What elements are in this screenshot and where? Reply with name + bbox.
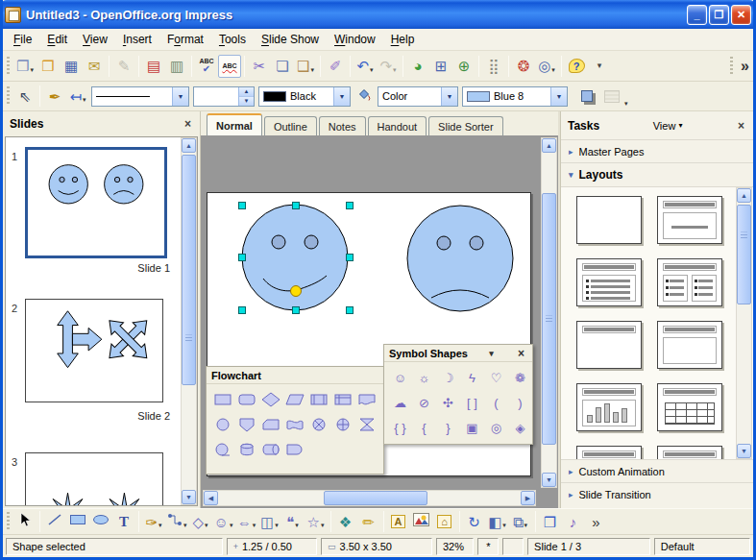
- alignment-dropdown-icon[interactable]: ▾: [502, 522, 506, 532]
- flowchart-sequential-access-button[interactable]: [210, 437, 234, 462]
- tasks-panel-close-icon[interactable]: ×: [736, 119, 746, 133]
- flowchart-off-page-connector-button[interactable]: [234, 412, 258, 437]
- insert-table-button[interactable]: ⊞: [429, 55, 452, 78]
- frowny-face-shape[interactable]: [407, 206, 513, 311]
- zoom-button[interactable]: ◎▾: [535, 55, 558, 78]
- fill-color-combo[interactable]: Blue 8▼: [462, 86, 568, 107]
- connector-button[interactable]: ▾: [165, 510, 189, 533]
- flowchart-punched-tape-button[interactable]: [282, 412, 306, 437]
- zoom-field[interactable]: 32%: [436, 538, 474, 555]
- toolbar-options-icon[interactable]: ▾: [624, 100, 628, 110]
- more-buttons-button[interactable]: »: [585, 510, 608, 533]
- layouts-scroll-thumb[interactable]: [737, 205, 751, 304]
- flowchart-predefined-process-button[interactable]: [307, 387, 331, 412]
- scroll-up-icon[interactable]: ▲: [542, 138, 556, 153]
- toolbar-options-button[interactable]: ▾: [588, 55, 611, 78]
- tab-handout[interactable]: Handout: [368, 116, 427, 135]
- moon-button[interactable]: ☽: [436, 365, 460, 390]
- tab-outline[interactable]: Outline: [264, 116, 317, 135]
- paste-dropdown-icon[interactable]: ▾: [310, 66, 314, 77]
- lightning-bolt-button[interactable]: ϟ: [460, 365, 484, 390]
- flowchart-collate-button[interactable]: [355, 412, 379, 437]
- arrange-dropdown-icon[interactable]: ▾: [524, 522, 528, 532]
- object-size-field[interactable]: ▭ 3.50 x 3.50: [321, 538, 432, 555]
- fontwork-button[interactable]: A: [387, 510, 410, 533]
- vertical-scroll-thumb[interactable]: [542, 193, 556, 445]
- canvas-horizontal-scrollbar[interactable]: ◀ ▶: [203, 490, 536, 506]
- prohibited-button[interactable]: ⊘: [412, 390, 436, 415]
- combo-dropdown-icon[interactable]: ▼: [172, 87, 188, 106]
- menu-window[interactable]: Window: [327, 30, 383, 49]
- right-brace-button[interactable]: }: [436, 415, 460, 440]
- fill-type-combo[interactable]: Color▼: [378, 86, 458, 107]
- basic-shapes-button[interactable]: ◇▾: [189, 510, 212, 533]
- rotate-button[interactable]: ↻: [463, 510, 486, 533]
- selection-handle[interactable]: [292, 306, 300, 314]
- format-paintbrush-button[interactable]: ✐: [324, 55, 347, 78]
- flowchart-connector-button[interactable]: [210, 412, 234, 437]
- double-brace-button[interactable]: { }: [388, 415, 412, 440]
- section-master-pages[interactable]: ▸ Master Pages: [561, 139, 753, 162]
- flowchart-direct-access-storage-button[interactable]: [258, 437, 282, 462]
- flowchart-delay-button[interactable]: [282, 437, 306, 462]
- flowchart-summing-junction-button[interactable]: [307, 412, 331, 437]
- toolbar-grip[interactable]: [7, 512, 10, 531]
- heart-button[interactable]: ♡: [484, 365, 508, 390]
- selection-handle[interactable]: [238, 202, 246, 209]
- left-brace-button[interactable]: {: [412, 415, 436, 440]
- section-slide-transition[interactable]: ▸ Slide Transition: [561, 482, 753, 505]
- toolbar-grip[interactable]: [7, 57, 10, 76]
- select-button[interactable]: [13, 510, 37, 533]
- block-arrows-button[interactable]: ⇔▾: [235, 510, 258, 533]
- tasks-view-menu[interactable]: View ▾: [653, 120, 683, 132]
- combo-dropdown-icon[interactable]: ▼: [441, 87, 457, 106]
- toolbar-overflow[interactable]: »: [728, 57, 753, 76]
- callouts-dropdown-icon[interactable]: ▾: [295, 522, 299, 532]
- edit-file-button[interactable]: ✎: [112, 55, 135, 78]
- from-file-button[interactable]: [410, 510, 433, 533]
- title-bar[interactable]: Untitled3 - OpenOffice.org Impress _❐✕: [0, 0, 756, 29]
- zoom-dropdown-icon[interactable]: ▾: [551, 66, 555, 77]
- smiley-face-shape[interactable]: [242, 205, 348, 310]
- selection-handle[interactable]: [238, 306, 246, 314]
- combo-dropdown-icon[interactable]: ▼: [550, 87, 567, 106]
- layout-blank[interactable]: [576, 196, 642, 244]
- tab-normal[interactable]: Normal: [207, 113, 262, 135]
- arrow-style-dropdown-icon[interactable]: ▾: [83, 96, 86, 107]
- flowchart-document-button[interactable]: [355, 387, 379, 412]
- square-bevel-button[interactable]: ▣: [460, 415, 484, 440]
- slide-thumbnail-2[interactable]: [25, 299, 163, 402]
- text-button[interactable]: T: [112, 510, 135, 533]
- selection-handle[interactable]: [292, 202, 300, 209]
- slides-scroll-thumb[interactable]: [182, 155, 196, 385]
- scroll-down-icon[interactable]: ▼: [542, 473, 556, 487]
- scroll-down-icon[interactable]: ▼: [737, 444, 751, 458]
- select-object-button[interactable]: ⇖: [13, 85, 37, 108]
- flowchart-card-button[interactable]: [258, 412, 282, 437]
- undo-button[interactable]: ↶▾: [354, 55, 377, 78]
- arrange-button[interactable]: ⧉▾: [509, 510, 532, 533]
- arrow-style-button[interactable]: ↤▾: [66, 85, 89, 108]
- sun-button[interactable]: ☼: [412, 365, 436, 390]
- extrusion-button[interactable]: ❒: [539, 510, 562, 533]
- flowchart-process-button[interactable]: [210, 387, 234, 412]
- layout-title-box[interactable]: [657, 321, 722, 369]
- spin-down-icon[interactable]: ▼: [239, 97, 254, 106]
- layouts-scrollbar[interactable]: ▲ ▼: [736, 187, 752, 459]
- slide-thumbnail-3[interactable]: [25, 452, 163, 506]
- tab-notes[interactable]: Notes: [319, 116, 366, 135]
- puzzle-button[interactable]: ✣: [436, 390, 460, 415]
- paste-button[interactable]: ❑▾: [294, 55, 317, 78]
- rectangle-button[interactable]: [66, 510, 89, 533]
- cursor-position-field[interactable]: + 1.25 / 0.50: [227, 538, 317, 555]
- menu-help[interactable]: Help: [383, 30, 423, 49]
- cut-button[interactable]: ✂: [248, 55, 271, 78]
- curve-button[interactable]: ✑▾: [142, 510, 165, 533]
- selection-handle[interactable]: [238, 254, 246, 261]
- layout-partial-1[interactable]: [576, 446, 642, 459]
- line-color-combo[interactable]: Black▼: [258, 86, 351, 107]
- section-layouts[interactable]: ▾ Layouts: [561, 162, 753, 186]
- flowchart-magnetic-disc-button[interactable]: [234, 437, 258, 462]
- alignment-button[interactable]: ◧▾: [486, 510, 509, 533]
- stars-button[interactable]: ☆▾: [305, 510, 328, 533]
